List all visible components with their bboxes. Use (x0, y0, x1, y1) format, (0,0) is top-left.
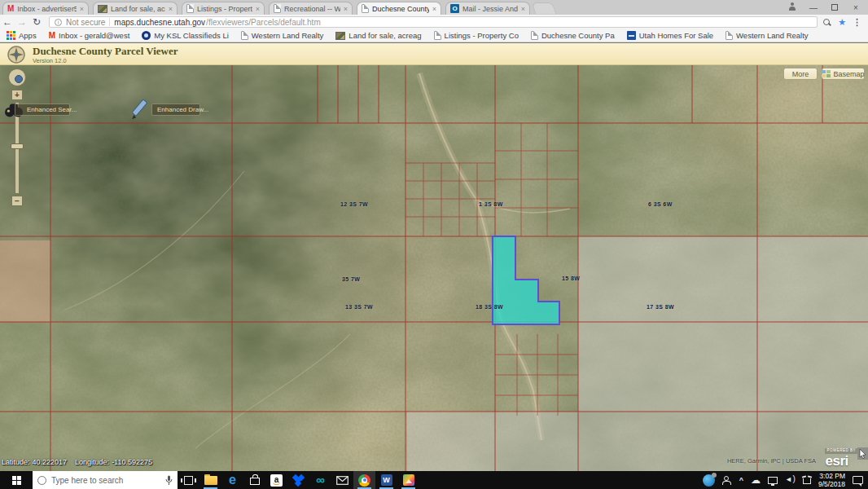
bookmark-land-for-sale[interactable]: Land for sale, acreag (335, 31, 421, 40)
infinity-icon (316, 475, 325, 485)
action-center-icon[interactable] (853, 476, 863, 484)
photos-button[interactable] (397, 471, 419, 489)
tab-listings[interactable]: Listings - Property Contr (182, 2, 265, 15)
dropbox-tray-icon[interactable] (803, 476, 811, 484)
bookmark-label: Duchesne County Pa (541, 31, 615, 40)
address-bar[interactable]: Not secure maps.duchesne.utah.gov /flexv… (49, 16, 818, 28)
display-icon[interactable] (768, 477, 778, 484)
photos-icon (403, 474, 414, 486)
mail-button[interactable] (331, 471, 353, 489)
browser-menu-icon[interactable] (853, 17, 861, 28)
zoom-out-button[interactable] (11, 196, 23, 206)
map-canvas[interactable]: 12 3S 7W1 3S 8W6 3S 6W35 7W15 8W13 3S 7W… (0, 65, 868, 471)
tab-close-icon[interactable] (169, 5, 173, 13)
bookmark-star-icon[interactable] (838, 17, 846, 28)
zoom-slider-handle[interactable] (11, 143, 24, 149)
bookmark-apps[interactable]: Apps (7, 31, 37, 40)
tab-land-for-sale[interactable]: Land for sale, acreage fo (93, 2, 178, 15)
taskbar-clock[interactable]: 3:02 PM 9/5/2018 (818, 472, 845, 488)
selected-parcel-polygon[interactable] (493, 236, 559, 324)
edge-icon (229, 474, 236, 486)
zoom-in-button[interactable] (11, 90, 23, 100)
tab-close-icon[interactable] (80, 5, 84, 13)
tab-recreational[interactable]: Recreational -- Western L (269, 2, 353, 15)
tab-title: Duchesne County Parcel (372, 5, 429, 13)
dropbox-icon (292, 474, 305, 486)
desktop-screen: Inbox - advertiser5557@ Land for sale, a… (0, 0, 868, 489)
bookmark-western-land-2[interactable]: Western Land Realty (726, 31, 809, 40)
bookmark-ksl[interactable]: My KSL Classifieds Li (142, 31, 229, 40)
skype-tray-icon[interactable] (703, 474, 715, 487)
people-icon[interactable] (722, 476, 732, 485)
page-info-icon[interactable] (55, 19, 62, 26)
security-label[interactable]: Not secure (66, 18, 105, 27)
document-icon (726, 31, 733, 40)
edge-button[interactable] (221, 471, 243, 489)
tab-mail[interactable]: Mail - Jessie Anderson - (445, 2, 530, 15)
zoom-page-icon[interactable] (822, 18, 831, 27)
store-button[interactable] (243, 471, 265, 489)
tab-close-icon[interactable] (521, 5, 525, 13)
dropbox-button[interactable] (287, 471, 309, 489)
tab-duchesne-parcel-viewer[interactable]: Duchesne County Parcel (357, 2, 441, 15)
microphone-icon[interactable] (165, 475, 173, 486)
task-view-button[interactable] (178, 471, 199, 489)
clock-date: 9/5/2018 (818, 480, 845, 488)
bookmark-western-land-1[interactable]: Western Land Realty (241, 31, 324, 40)
url-host: maps.duchesne.utah.gov (114, 18, 205, 27)
maximize-button[interactable] (824, 3, 845, 12)
minimize-button[interactable]: — (803, 3, 824, 12)
more-button[interactable]: More (783, 68, 818, 80)
bookmark-label: Apps (19, 31, 37, 40)
enhanced-draw-pencil-icon[interactable] (129, 98, 151, 121)
browser-tab-strip: Inbox - advertiser5557@ Land for sale, a… (0, 0, 868, 15)
tab-close-icon[interactable] (256, 5, 260, 13)
cortana-circle-icon (37, 476, 46, 485)
road-line (195, 334, 350, 448)
onedrive-cloud-icon[interactable] (751, 474, 761, 486)
window-controls: — × (782, 0, 866, 15)
bookmark-listings[interactable]: Listings - Property Co (434, 31, 519, 40)
start-button[interactable] (0, 471, 33, 489)
new-tab-button[interactable] (532, 2, 557, 14)
parcel-section-label: 6 3S 6W (648, 201, 673, 207)
loop-app-button[interactable] (309, 471, 331, 489)
pan-control[interactable] (8, 68, 26, 86)
mouse-cursor-icon (857, 447, 868, 460)
bookmark-duchesne[interactable]: Duchesne County Pa (531, 31, 615, 40)
apps-grid-icon (7, 31, 15, 40)
file-explorer-button[interactable] (199, 471, 221, 489)
reload-button[interactable] (29, 16, 44, 28)
tab-title: Inbox - advertiser5557@ (17, 5, 76, 13)
tab-close-icon[interactable] (432, 5, 436, 13)
bookmark-inbox[interactable]: Inbox - gerald@west (49, 31, 130, 40)
map-vector-layer (0, 65, 868, 471)
parcel-section-label: 18 3S 8W (476, 304, 503, 310)
word-button[interactable] (375, 471, 397, 489)
windows-taskbar: Type here to search (0, 471, 868, 489)
basemap-button[interactable]: Basemap (822, 68, 865, 80)
show-hidden-icons-chevron[interactable] (739, 476, 743, 484)
forward-button[interactable] (15, 16, 29, 28)
mail-envelope-icon (336, 476, 349, 485)
tab-close-icon[interactable] (344, 5, 348, 13)
map-attribution: HERE, Garmin, iPC | USDA FSA (727, 457, 816, 465)
longitude-label: Longitude: (75, 458, 109, 466)
bookmark-utah-homes[interactable]: Utah Homes For Sale (627, 31, 713, 40)
back-button[interactable] (0, 16, 15, 28)
browser-navbar: Not secure maps.duchesne.utah.gov /flexv… (0, 15, 868, 29)
enhanced-search-widget[interactable]: Enhanced Sear... (15, 104, 70, 116)
taskbar-search-input[interactable]: Type here to search (33, 471, 178, 489)
chrome-button[interactable] (353, 471, 375, 489)
bookmark-label: Western Land Realty (252, 31, 324, 40)
outlook-icon (450, 4, 459, 13)
tab-inbox[interactable]: Inbox - advertiser5557@ (2, 2, 89, 15)
enhanced-draw-widget[interactable]: Enhanced Draw... (151, 104, 200, 116)
volume-icon[interactable] (785, 476, 796, 484)
profile-icon[interactable] (782, 2, 803, 12)
amazon-button[interactable] (265, 471, 287, 489)
close-button[interactable]: × (845, 3, 866, 12)
tab-title: Listings - Property Contr (197, 5, 252, 13)
store-bag-icon (250, 478, 260, 485)
parcel-section-label: 35 7W (342, 276, 360, 282)
